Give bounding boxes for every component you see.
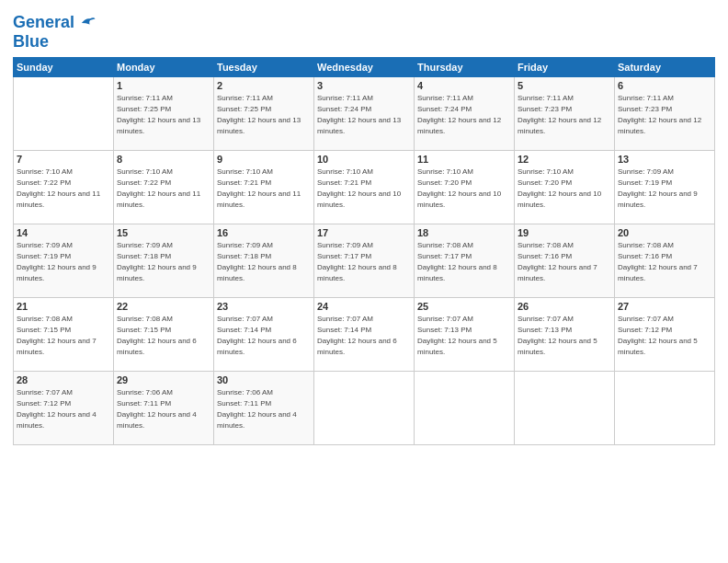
week-row-3: 14 Sunrise: 7:09 AM Sunset: 7:19 PM Dayl… xyxy=(14,224,715,297)
day-daylight: Daylight: 12 hours and 11 minutes. xyxy=(17,189,110,211)
day-sunset: Sunset: 7:13 PM xyxy=(417,325,511,336)
day-number: 30 xyxy=(217,374,311,385)
week-row-4: 21 Sunrise: 7:08 AM Sunset: 7:15 PM Dayl… xyxy=(14,297,715,371)
calendar-cell: 19 Sunrise: 7:08 AM Sunset: 7:16 PM Dayl… xyxy=(515,224,615,297)
calendar-cell xyxy=(14,76,114,150)
day-sunset: Sunset: 7:17 PM xyxy=(317,251,411,262)
day-sunrise: Sunrise: 7:08 AM xyxy=(618,240,711,251)
calendar-cell: 5 Sunrise: 7:11 AM Sunset: 7:23 PM Dayli… xyxy=(515,76,615,150)
day-sunrise: Sunrise: 7:10 AM xyxy=(417,167,511,178)
day-daylight: Daylight: 12 hours and 13 minutes. xyxy=(217,115,311,137)
day-sunrise: Sunrise: 7:08 AM xyxy=(117,314,210,325)
day-daylight: Daylight: 12 hours and 10 minutes. xyxy=(518,189,611,211)
day-number: 23 xyxy=(217,301,311,312)
day-sunset: Sunset: 7:19 PM xyxy=(618,178,711,189)
day-sunset: Sunset: 7:21 PM xyxy=(217,178,311,189)
week-row-5: 28 Sunrise: 7:07 AM Sunset: 7:12 PM Dayl… xyxy=(14,371,715,444)
day-sunset: Sunset: 7:22 PM xyxy=(117,178,210,189)
weekday-header-tuesday: Tuesday xyxy=(214,57,314,76)
calendar-cell: 15 Sunrise: 7:09 AM Sunset: 7:18 PM Dayl… xyxy=(114,224,214,297)
day-number: 24 xyxy=(317,301,411,312)
calendar-cell: 22 Sunrise: 7:08 AM Sunset: 7:15 PM Dayl… xyxy=(114,297,214,371)
calendar-cell: 6 Sunrise: 7:11 AM Sunset: 7:23 PM Dayli… xyxy=(615,76,715,150)
calendar-cell: 20 Sunrise: 7:08 AM Sunset: 7:16 PM Dayl… xyxy=(615,224,715,297)
day-daylight: Daylight: 12 hours and 4 minutes. xyxy=(117,409,210,431)
day-number: 20 xyxy=(618,227,711,238)
day-number: 13 xyxy=(618,154,711,165)
day-sunrise: Sunrise: 7:07 AM xyxy=(618,314,711,325)
calendar-cell: 30 Sunrise: 7:06 AM Sunset: 7:11 PM Dayl… xyxy=(214,371,314,444)
day-sunrise: Sunrise: 7:09 AM xyxy=(217,240,311,251)
calendar-cell: 27 Sunrise: 7:07 AM Sunset: 7:12 PM Dayl… xyxy=(615,297,715,371)
calendar-cell: 8 Sunrise: 7:10 AM Sunset: 7:22 PM Dayli… xyxy=(114,150,214,224)
day-sunrise: Sunrise: 7:09 AM xyxy=(317,240,411,251)
day-number: 18 xyxy=(417,227,511,238)
day-sunset: Sunset: 7:11 PM xyxy=(117,398,210,409)
day-daylight: Daylight: 12 hours and 13 minutes. xyxy=(317,115,411,137)
day-daylight: Daylight: 12 hours and 8 minutes. xyxy=(217,262,311,284)
weekday-header-sunday: Sunday xyxy=(14,57,114,76)
day-number: 9 xyxy=(217,154,311,165)
day-daylight: Daylight: 12 hours and 13 minutes. xyxy=(117,115,210,137)
day-sunrise: Sunrise: 7:11 AM xyxy=(117,93,210,104)
day-number: 15 xyxy=(117,227,210,238)
week-row-2: 7 Sunrise: 7:10 AM Sunset: 7:22 PM Dayli… xyxy=(14,150,715,224)
day-daylight: Daylight: 12 hours and 12 minutes. xyxy=(518,115,611,137)
day-sunset: Sunset: 7:11 PM xyxy=(217,398,311,409)
day-sunrise: Sunrise: 7:07 AM xyxy=(17,387,110,398)
calendar-cell: 12 Sunrise: 7:10 AM Sunset: 7:20 PM Dayl… xyxy=(515,150,615,224)
calendar-cell xyxy=(415,371,515,444)
day-sunset: Sunset: 7:24 PM xyxy=(317,104,411,115)
day-daylight: Daylight: 12 hours and 5 minutes. xyxy=(618,336,711,358)
day-number: 7 xyxy=(17,154,110,165)
day-sunrise: Sunrise: 7:09 AM xyxy=(17,240,110,251)
calendar-cell: 25 Sunrise: 7:07 AM Sunset: 7:13 PM Dayl… xyxy=(415,297,515,371)
calendar-cell: 7 Sunrise: 7:10 AM Sunset: 7:22 PM Dayli… xyxy=(14,150,114,224)
day-number: 8 xyxy=(117,154,210,165)
day-number: 6 xyxy=(618,80,711,91)
day-daylight: Daylight: 12 hours and 11 minutes. xyxy=(117,189,210,211)
day-sunrise: Sunrise: 7:10 AM xyxy=(117,167,210,178)
weekday-header-friday: Friday xyxy=(515,57,615,76)
day-sunrise: Sunrise: 7:10 AM xyxy=(317,167,411,178)
day-daylight: Daylight: 12 hours and 9 minutes. xyxy=(117,262,210,284)
day-sunrise: Sunrise: 7:09 AM xyxy=(117,240,210,251)
day-sunset: Sunset: 7:24 PM xyxy=(417,104,511,115)
day-daylight: Daylight: 12 hours and 4 minutes. xyxy=(17,409,110,431)
calendar-cell: 14 Sunrise: 7:09 AM Sunset: 7:19 PM Dayl… xyxy=(14,224,114,297)
day-daylight: Daylight: 12 hours and 8 minutes. xyxy=(317,262,411,284)
day-sunrise: Sunrise: 7:10 AM xyxy=(518,167,611,178)
day-sunset: Sunset: 7:13 PM xyxy=(518,325,611,336)
day-sunset: Sunset: 7:17 PM xyxy=(417,251,511,262)
header: General Blue xyxy=(13,9,715,52)
logo-blue-text: Blue xyxy=(13,33,97,52)
day-daylight: Daylight: 12 hours and 5 minutes. xyxy=(518,336,611,358)
day-daylight: Daylight: 12 hours and 12 minutes. xyxy=(618,115,711,137)
day-sunset: Sunset: 7:12 PM xyxy=(618,325,711,336)
day-number: 21 xyxy=(17,301,110,312)
day-daylight: Daylight: 12 hours and 10 minutes. xyxy=(417,189,511,211)
day-sunrise: Sunrise: 7:10 AM xyxy=(217,167,311,178)
calendar-cell xyxy=(515,371,615,444)
day-number: 26 xyxy=(518,301,611,312)
weekday-header-row: SundayMondayTuesdayWednesdayThursdayFrid… xyxy=(14,57,715,76)
day-number: 17 xyxy=(317,227,411,238)
day-sunset: Sunset: 7:14 PM xyxy=(317,325,411,336)
day-daylight: Daylight: 12 hours and 9 minutes. xyxy=(17,262,110,284)
calendar-cell: 13 Sunrise: 7:09 AM Sunset: 7:19 PM Dayl… xyxy=(615,150,715,224)
day-number: 12 xyxy=(518,154,611,165)
calendar-table: SundayMondayTuesdayWednesdayThursdayFrid… xyxy=(13,57,715,445)
calendar-cell: 16 Sunrise: 7:09 AM Sunset: 7:18 PM Dayl… xyxy=(214,224,314,297)
day-sunrise: Sunrise: 7:10 AM xyxy=(17,167,110,178)
day-number: 16 xyxy=(217,227,311,238)
day-number: 28 xyxy=(17,374,110,385)
day-sunrise: Sunrise: 7:11 AM xyxy=(317,93,411,104)
day-sunrise: Sunrise: 7:07 AM xyxy=(317,314,411,325)
day-sunrise: Sunrise: 7:07 AM xyxy=(417,314,511,325)
day-number: 22 xyxy=(117,301,210,312)
day-sunrise: Sunrise: 7:09 AM xyxy=(618,167,711,178)
weekday-header-thursday: Thursday xyxy=(415,57,515,76)
calendar-cell: 23 Sunrise: 7:07 AM Sunset: 7:14 PM Dayl… xyxy=(214,297,314,371)
calendar-cell: 1 Sunrise: 7:11 AM Sunset: 7:25 PM Dayli… xyxy=(114,76,214,150)
day-sunrise: Sunrise: 7:11 AM xyxy=(217,93,311,104)
